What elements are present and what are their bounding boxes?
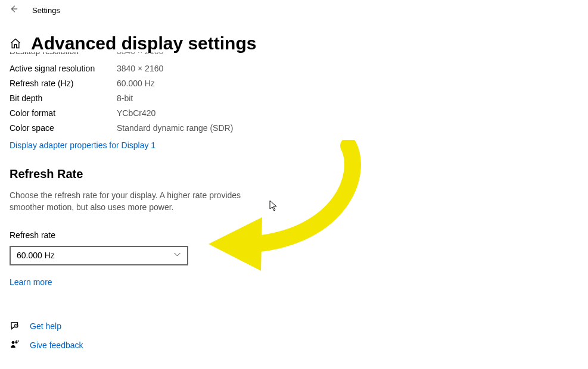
info-value: 3840 × 2160 <box>117 52 163 58</box>
refresh-rate-description: Choose the refresh rate for your display… <box>10 189 260 214</box>
info-value: 3840 × 2160 <box>117 64 163 73</box>
refresh-rate-field-label: Refresh rate <box>10 230 578 240</box>
svg-point-2 <box>12 341 15 344</box>
info-value: 8-bit <box>117 93 133 103</box>
info-label: Refresh rate (Hz) <box>10 79 117 88</box>
info-row: Active signal resolution 3840 × 2160 <box>10 64 578 73</box>
info-row: Refresh rate (Hz) 60.000 Hz <box>10 79 578 88</box>
info-label: Active signal resolution <box>10 64 117 73</box>
home-icon[interactable] <box>10 37 21 52</box>
dropdown-value: 60.000 Hz <box>17 251 55 260</box>
display-adapter-link[interactable]: Display adapter properties for Display 1 <box>10 140 155 150</box>
info-row: Color format YCbCr420 <box>10 108 578 118</box>
get-help-link[interactable]: ? Get help <box>10 321 578 332</box>
feedback-icon <box>10 340 20 351</box>
page-title: Advanced display settings <box>31 33 256 54</box>
chevron-down-icon <box>173 251 181 260</box>
svg-rect-4 <box>16 340 18 342</box>
info-value: Standard dynamic range (SDR) <box>117 123 233 133</box>
topbar-title: Settings <box>32 6 60 15</box>
info-label: Color format <box>10 108 117 118</box>
info-label: Desktop resolution <box>10 52 117 58</box>
refresh-rate-dropdown[interactable]: 60.000 Hz <box>10 246 188 265</box>
info-row: Color space Standard dynamic range (SDR) <box>10 123 578 133</box>
display-info-table: Desktop resolution 3840 × 2160 Active si… <box>10 52 578 133</box>
info-row: Bit depth 8-bit <box>10 93 578 103</box>
info-value: YCbCr420 <box>117 108 155 118</box>
info-label: Bit depth <box>10 93 117 103</box>
chat-help-icon: ? <box>10 321 20 332</box>
learn-more-link[interactable]: Learn more <box>10 277 52 287</box>
info-row: Desktop resolution 3840 × 2160 <box>10 52 578 58</box>
back-arrow-icon[interactable] <box>10 5 18 15</box>
give-feedback-link[interactable]: Give feedback <box>10 340 578 351</box>
get-help-text: Get help <box>30 321 61 331</box>
info-value: 60.000 Hz <box>117 79 155 88</box>
give-feedback-text: Give feedback <box>30 340 83 350</box>
svg-text:?: ? <box>15 325 17 327</box>
info-label: Color space <box>10 123 117 133</box>
refresh-rate-heading: Refresh Rate <box>10 167 578 181</box>
